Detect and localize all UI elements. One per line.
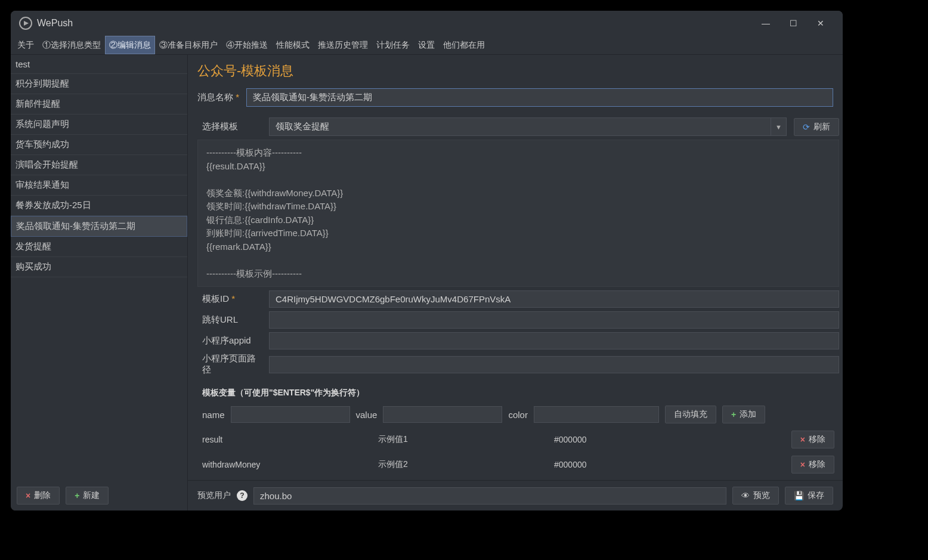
var-row: result示例值1#000000×移除	[202, 427, 834, 452]
var-name-cell: withdrawMoney	[202, 460, 378, 469]
preview-label: 预览	[753, 490, 770, 501]
refresh-label: 刷新	[813, 122, 830, 132]
tab-4[interactable]: ④开始推送	[222, 36, 272, 54]
tab-8[interactable]: 设置	[414, 36, 439, 54]
sidebar-footer: × 删除 + 新建	[11, 481, 187, 511]
mini-appid-label: 小程序appid	[197, 335, 262, 346]
message-list: test积分到期提醒新邮件提醒系统问题声明货车预约成功演唱会开始提醒审核结果通知…	[11, 55, 187, 481]
save-label: 保存	[808, 490, 824, 501]
close-button[interactable]: ✕	[807, 11, 834, 36]
delete-label: 删除	[34, 490, 51, 501]
sidebar-item[interactable]: 系统问题声明	[11, 115, 187, 135]
var-value-label: value	[356, 410, 378, 420]
sidebar-item[interactable]: 货车预约成功	[11, 135, 187, 155]
remove-icon: ×	[800, 435, 805, 444]
tab-1[interactable]: ①选择消息类型	[38, 36, 105, 54]
sidebar: test积分到期提醒新邮件提醒系统问题声明货车预约成功演唱会开始提醒审核结果通知…	[11, 55, 188, 511]
sidebar-item[interactable]: 购买成功	[11, 257, 187, 277]
var-value-cell: 示例值1	[378, 434, 554, 445]
var-color-label: color	[508, 410, 528, 420]
tab-0[interactable]: 关于	[13, 36, 38, 54]
vars-table: result示例值1#000000×移除withdrawMoney示例值2#00…	[202, 427, 834, 480]
add-var-button[interactable]: + 添加	[722, 406, 765, 423]
sidebar-item[interactable]: 积分到期提醒	[11, 74, 187, 94]
sidebar-item[interactable]: 审核结果通知	[11, 175, 187, 196]
template-id-label: 模板ID	[197, 293, 262, 305]
autofill-label: 自动填充	[674, 409, 707, 420]
var-color-cell: #000000	[554, 435, 769, 444]
message-name-label: 消息名称	[197, 92, 239, 103]
sidebar-item[interactable]: 发货提醒	[11, 237, 187, 257]
var-value-cell: 示例值2	[378, 459, 554, 470]
sidebar-item[interactable]: 新邮件提醒	[11, 94, 187, 115]
sidebar-item[interactable]: 演唱会开始提醒	[11, 155, 187, 175]
var-row: withdrawMoney示例值2#000000×移除	[202, 452, 834, 477]
add-label: 添加	[740, 409, 756, 420]
var-color-input[interactable]	[534, 406, 659, 423]
mini-path-input[interactable]	[269, 356, 839, 373]
tab-5[interactable]: 性能模式	[272, 36, 314, 54]
minimize-button[interactable]: ―	[752, 11, 779, 36]
vars-section-title: 模板变量（可使用"$ENTER$"作为换行符）	[197, 379, 839, 403]
var-name-input[interactable]	[231, 406, 350, 423]
var-value-input[interactable]	[383, 406, 502, 423]
mini-appid-input[interactable]	[269, 332, 839, 349]
jump-url-input[interactable]	[269, 311, 839, 329]
template-select-label: 选择模板	[197, 121, 262, 132]
page-header: 公众号-模板消息	[188, 55, 843, 85]
main-tabstrip: 关于①选择消息类型②编辑消息③准备目标用户④开始推送性能模式推送历史管理计划任务…	[11, 36, 843, 55]
delete-button[interactable]: × 删除	[17, 487, 60, 505]
remove-var-button[interactable]: ×移除	[791, 456, 834, 474]
template-id-input[interactable]	[269, 290, 839, 308]
main-footer: 预览用户 ? 👁 预览 💾 保存	[188, 480, 843, 511]
new-button[interactable]: + 新建	[66, 487, 109, 505]
tab-6[interactable]: 推送历史管理	[314, 36, 372, 54]
sidebar-item[interactable]: 餐券发放成功-25日	[11, 196, 187, 216]
plus-icon: +	[731, 410, 736, 419]
preview-button[interactable]: 👁 预览	[732, 487, 779, 505]
tab-3[interactable]: ③准备目标用户	[155, 36, 222, 54]
plus-icon: +	[75, 491, 79, 500]
template-select[interactable]: 领取奖金提醒 ▼	[269, 117, 787, 136]
remove-var-button[interactable]: ×移除	[791, 431, 834, 448]
tab-2[interactable]: ②编辑消息	[105, 36, 155, 54]
save-icon: 💾	[794, 491, 804, 500]
sidebar-item[interactable]: 奖品领取通知-集赞活动第二期	[11, 216, 187, 237]
var-row: withdrawTime示例值3#000000×移除	[202, 477, 834, 480]
app-title: WePush	[37, 18, 73, 29]
titlebar: WePush ― ☐ ✕	[11, 11, 843, 36]
delete-icon: ×	[26, 491, 30, 500]
remove-icon: ×	[800, 460, 805, 469]
tab-9[interactable]: 他们都在用	[439, 36, 489, 54]
template-select-value: 领取奖金提醒	[269, 117, 771, 136]
maximize-button[interactable]: ☐	[779, 11, 807, 36]
app-window: WePush ― ☐ ✕ 关于①选择消息类型②编辑消息③准备目标用户④开始推送性…	[11, 11, 843, 511]
chevron-down-icon[interactable]: ▼	[771, 117, 787, 136]
tab-7[interactable]: 计划任务	[372, 36, 414, 54]
message-name-input[interactable]	[246, 88, 833, 107]
var-name-label: name	[202, 410, 225, 420]
var-input-row: name value color 自动填充 + 添加	[202, 406, 834, 423]
save-button[interactable]: 💾 保存	[785, 487, 833, 505]
template-content-preview: ----------模板内容---------- {{result.DATA}}…	[197, 140, 839, 287]
main-panel: 公众号-模板消息 消息名称 选择模板 领取奖金提醒 ▼ ⟳ 刷新	[188, 55, 843, 511]
svg-marker-0	[24, 21, 29, 26]
refresh-button[interactable]: ⟳ 刷新	[794, 118, 839, 136]
page-title: 公众号-模板消息	[197, 62, 833, 80]
preview-user-input[interactable]	[253, 487, 726, 505]
new-label: 新建	[83, 490, 100, 501]
preview-user-label: 预览用户	[197, 490, 231, 501]
remove-label: 移除	[809, 434, 825, 445]
jump-url-label: 跳转URL	[197, 314, 262, 326]
var-name-cell: result	[202, 435, 378, 444]
var-color-cell: #000000	[554, 460, 769, 469]
refresh-icon: ⟳	[803, 122, 810, 132]
remove-label: 移除	[809, 459, 825, 470]
autofill-button[interactable]: 自动填充	[665, 406, 716, 423]
eye-icon: 👁	[741, 491, 750, 500]
sidebar-item[interactable]: test	[11, 55, 187, 74]
help-icon[interactable]: ?	[237, 490, 248, 501]
mini-path-label: 小程序页面路径	[197, 353, 262, 376]
message-name-row: 消息名称	[188, 85, 843, 114]
content-area[interactable]: 选择模板 领取奖金提醒 ▼ ⟳ 刷新 ----------模板内容-------…	[188, 114, 843, 480]
